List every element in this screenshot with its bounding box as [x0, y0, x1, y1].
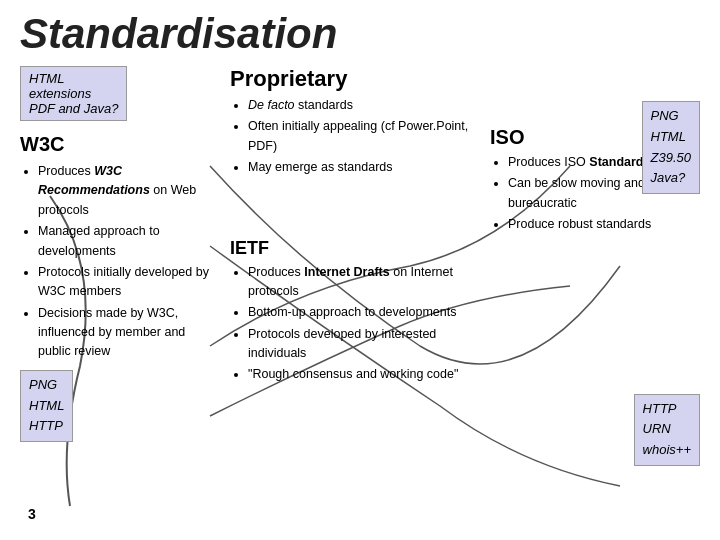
- prop-bullet-3: May emerge as standards: [248, 158, 480, 177]
- ietf-bullet-2: Bottom-up approach to developments: [248, 303, 480, 322]
- http-box-line1: HTTP: [643, 401, 677, 416]
- html-box-line1: HTML: [29, 71, 64, 86]
- w3c-bullet-4: Decisions made by W3C, influenced by mem…: [38, 304, 220, 362]
- w3c-title: W3C: [20, 133, 220, 156]
- png-box-left-line2: HTML: [29, 398, 64, 413]
- png-box-right-line2: HTML: [651, 129, 686, 144]
- left-column: HTML extensions PDF and Java? W3C Produc…: [20, 66, 220, 526]
- w3c-bullet-2: Managed approach to developments: [38, 222, 220, 261]
- slide-title: Standardisation: [20, 10, 700, 58]
- ietf-bullet-1: Produces Internet Drafts on Internet pro…: [248, 263, 480, 302]
- ietf-section: IETF Produces Internet Drafts on Interne…: [230, 238, 480, 385]
- ietf-title: IETF: [230, 238, 480, 259]
- content-area: HTML extensions PDF and Java? W3C Produc…: [20, 66, 700, 526]
- right-column: PNG HTML Z39.50 Java? ISO Produces ISO S…: [490, 66, 700, 526]
- w3c-section: W3C Produces W3C Recommendations on Web …: [20, 133, 220, 442]
- w3c-bullet-1: Produces W3C Recommendations on Web prot…: [38, 162, 220, 220]
- html-box-line2: extensions: [29, 86, 91, 101]
- middle-column: Proprietary De facto standards Often ini…: [220, 66, 490, 526]
- png-box-left-line1: PNG: [29, 377, 57, 392]
- proprietary-title: Proprietary: [230, 66, 480, 92]
- http-box: HTTP URN whois++: [634, 394, 700, 466]
- png-box-left-line3: HTTP: [29, 418, 63, 433]
- proprietary-bullet-list: De facto standards Often initially appea…: [230, 96, 480, 178]
- ietf-bullet-list: Produces Internet Drafts on Internet pro…: [230, 263, 480, 385]
- html-box: HTML extensions PDF and Java?: [20, 66, 127, 121]
- w3c-bullet-list: Produces W3C Recommendations on Web prot…: [20, 162, 220, 362]
- png-box-right-line3: Z39.50: [651, 150, 691, 165]
- http-box-line3: whois++: [643, 442, 691, 457]
- ietf-bullet-4: "Rough consensus and working code": [248, 365, 480, 384]
- png-box-right-line1: PNG: [651, 108, 679, 123]
- slide-number: 3: [28, 506, 36, 522]
- png-box-left: PNG HTML HTTP: [20, 370, 73, 442]
- ietf-bullet-3: Protocols developed by interested indivi…: [248, 325, 480, 364]
- slide: Standardisation HTML extensions PDF and …: [0, 0, 720, 540]
- http-box-line2: URN: [643, 421, 671, 436]
- png-box-right: PNG HTML Z39.50 Java?: [642, 101, 700, 194]
- w3c-bullet-3: Protocols initially developed by W3C mem…: [38, 263, 220, 302]
- html-box-line3: PDF and Java?: [29, 101, 118, 116]
- prop-bullet-1: De facto standards: [248, 96, 480, 115]
- png-box-right-line4: Java?: [651, 170, 686, 185]
- iso-bullet-3: Produce robust standards: [508, 215, 700, 234]
- prop-bullet-2: Often initially appealing (cf Power.Poin…: [248, 117, 480, 156]
